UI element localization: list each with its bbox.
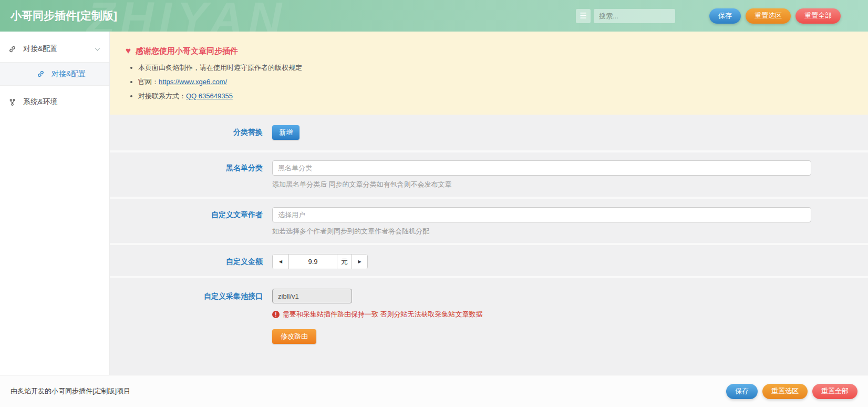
- field-control: 如若选择多个作者则同步到的文章作者将会随机分配: [272, 207, 868, 243]
- field-label: 黑名单分类: [110, 160, 263, 197]
- notice-title: ♥ 感谢您使用小哥文章同步插件: [126, 46, 852, 56]
- form-row-author: 自定义文章作者 如若选择多个作者则同步到的文章作者将会随机分配: [110, 199, 868, 245]
- decrement-button[interactable]: ◀: [273, 255, 288, 269]
- notice-item: 官网：https://www.xge6.com/: [138, 77, 852, 87]
- link-icon: [8, 45, 16, 53]
- app-window: ZHIYAN 小哥同步插件[定制版] ☰ 保存 重置选区 重置全部 对接&配置: [0, 0, 868, 407]
- link-icon: [37, 70, 45, 78]
- expand-all-icon[interactable]: ☰: [576, 9, 591, 23]
- exclamation-circle-icon: !: [272, 311, 280, 318]
- form-row-api-route: 自定义采集池接口 ! 需要和采集站插件路由保持一致 否则分站无法获取采集站文章数…: [110, 278, 868, 375]
- field-control: 添加黑名单分类后 同步的文章分类如有包含则不会发布文章: [272, 160, 868, 197]
- save-button-footer[interactable]: 保存: [726, 384, 758, 399]
- body-wrap: 对接&配置 对接&配置: [0, 32, 868, 375]
- field-label: 自定义采集池接口: [110, 289, 263, 375]
- sidebar-subitem-label: 对接&配置: [51, 69, 86, 79]
- footer: 由炙焰开发的小哥同步插件[定制版]项目 保存 重置选区 重置全部: [0, 375, 868, 407]
- help-text: 如若选择多个作者则同步到的文章作者将会随机分配: [272, 227, 868, 236]
- reset-selection-button[interactable]: 重置选区: [746, 8, 791, 24]
- footer-actions: 保存 重置选区 重置全部: [721, 384, 857, 399]
- blacklist-input[interactable]: [272, 160, 811, 176]
- top-header: ZHIYAN 小哥同步插件[定制版] ☰ 保存 重置选区 重置全部: [0, 0, 868, 32]
- fork-icon: [8, 98, 16, 106]
- notice-panel: ♥ 感谢您使用小哥文章同步插件 本页面由炙焰制作，请在使用时遵守原作者的版权规定…: [110, 32, 868, 115]
- website-link[interactable]: https://www.xge6.com/: [159, 78, 227, 86]
- heart-icon: ♥: [126, 46, 131, 56]
- increment-button[interactable]: ▶: [352, 255, 367, 269]
- save-button[interactable]: 保存: [709, 8, 741, 24]
- search-input[interactable]: [594, 9, 675, 23]
- header-actions: ☰ 保存 重置选区 重置全部: [576, 8, 857, 24]
- amount-stepper: ◀ 元 ▶: [272, 254, 368, 269]
- notice-item: 对接联系方式：QQ 635649355: [138, 91, 852, 101]
- notice-item-prefix: 官网：: [138, 78, 159, 86]
- form-row-blacklist: 黑名单分类 添加黑名单分类后 同步的文章分类如有包含则不会发布文章: [110, 152, 868, 199]
- sidebar: 对接&配置 对接&配置: [0, 32, 110, 375]
- footer-credit-text: 由炙焰开发的小哥同步插件[定制版]项目: [11, 386, 130, 396]
- reset-selection-button-footer[interactable]: 重置选区: [762, 384, 808, 399]
- field-label: 分类替换: [110, 128, 263, 137]
- notice-item-prefix: 对接联系方式：: [138, 92, 186, 100]
- chevron-down-icon: [95, 45, 100, 50]
- field-label: 自定义文章作者: [110, 207, 263, 243]
- warning-text: ! 需要和采集站插件路由保持一致 否则分站无法获取采集站文章数据: [272, 310, 868, 319]
- qq-contact-link[interactable]: QQ 635649355: [186, 92, 233, 100]
- api-route-input[interactable]: [272, 289, 352, 303]
- sidebar-subitem-connect-config-active[interactable]: 对接&配置: [0, 62, 109, 86]
- main-content: ♥ 感谢您使用小哥文章同步插件 本页面由炙焰制作，请在使用时遵守原作者的版权规定…: [110, 32, 868, 375]
- field-control: 新增: [272, 125, 868, 140]
- reset-all-button-footer[interactable]: 重置全部: [812, 384, 857, 399]
- form-row-amount: 自定义金额 ◀ 元 ▶: [110, 245, 868, 278]
- notice-title-text: 感谢您使用小哥文章同步插件: [136, 46, 238, 56]
- form-row-category-replace: 分类替换 新增: [110, 115, 868, 152]
- modify-route-button[interactable]: 修改路由: [272, 329, 316, 344]
- field-control: ! 需要和采集站插件路由保持一致 否则分站无法获取采集站文章数据 修改路由: [272, 289, 868, 375]
- amount-input[interactable]: [288, 255, 337, 269]
- page-title: 小哥同步插件[定制版]: [11, 8, 117, 23]
- warning-message: 需要和采集站插件路由保持一致 否则分站无法获取采集站文章数据: [283, 310, 483, 319]
- sidebar-item-label: 系统&环境: [23, 97, 57, 107]
- amount-unit: 元: [337, 255, 352, 269]
- sidebar-item-label: 对接&配置: [23, 44, 57, 54]
- notice-item-text: 本页面由炙焰制作，请在使用时遵守原作者的版权规定: [138, 64, 302, 72]
- notice-list: 本页面由炙焰制作，请在使用时遵守原作者的版权规定 官网：https://www.…: [126, 63, 852, 101]
- help-text: 添加黑名单分类后 同步的文章分类如有包含则不会发布文章: [272, 180, 868, 189]
- author-select-input[interactable]: [272, 207, 811, 222]
- field-control: ◀ 元 ▶: [272, 254, 868, 276]
- sidebar-item-connect-config[interactable]: 对接&配置: [0, 40, 109, 58]
- field-label: 自定义金额: [110, 254, 263, 276]
- reset-all-button[interactable]: 重置全部: [795, 8, 841, 24]
- sidebar-item-system-env[interactable]: 系统&环境: [0, 93, 109, 111]
- notice-item: 本页面由炙焰制作，请在使用时遵守原作者的版权规定: [138, 63, 852, 73]
- add-category-button[interactable]: 新增: [272, 125, 299, 140]
